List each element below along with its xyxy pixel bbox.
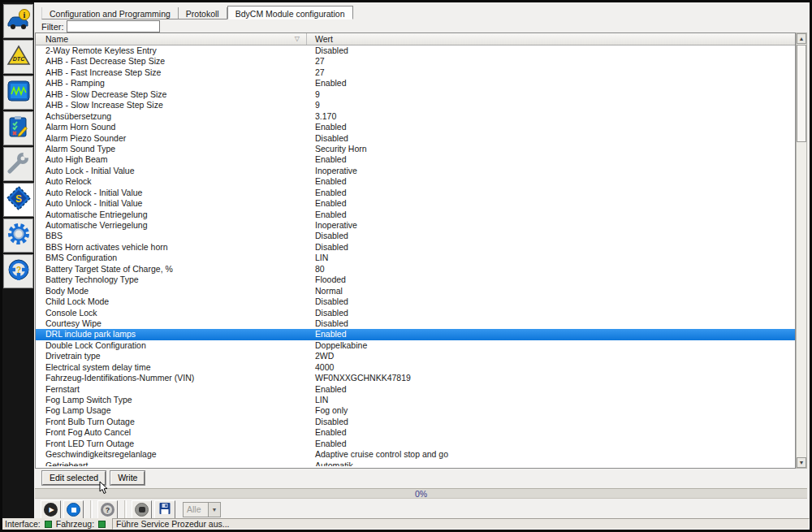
table-row[interactable]: Auto Unlock - Initial Value Enabled xyxy=(36,198,795,209)
table-row[interactable]: BMS Configuration LIN xyxy=(36,253,795,263)
row-name-cell: Automatische Entriegelung xyxy=(36,210,307,220)
table-row[interactable]: Automatische Verriegelung Inoperative xyxy=(36,220,795,231)
row-name-cell: Electrical system delay time xyxy=(36,362,307,373)
stop-service-button[interactable] xyxy=(63,500,84,519)
tab-protokoll[interactable]: Protokoll xyxy=(179,7,227,19)
row-name-cell: Fernstart xyxy=(36,384,307,395)
table-row[interactable]: Child Lock Mode Disabled xyxy=(36,296,795,307)
row-value-cell: 27 xyxy=(307,56,795,67)
progress-bar: 0% xyxy=(35,488,807,499)
row-value-cell: Enabled xyxy=(307,78,795,89)
table-row[interactable]: Fog Lamp Usage Fog only xyxy=(36,405,795,416)
vertical-scrollbar[interactable]: ▲ ▼ xyxy=(796,32,807,469)
column-header-name[interactable]: Name ▽ xyxy=(36,33,307,45)
table-row[interactable]: Auto Relock - Initial Value Enabled xyxy=(36,188,795,198)
table-row[interactable]: Electrical system delay time 4000 xyxy=(36,362,795,373)
table-row[interactable]: Fernstart Enabled xyxy=(36,384,795,395)
row-name-cell: Front Bulb Turn Outage xyxy=(36,417,307,427)
profile-dropdown[interactable]: Alle ▼ xyxy=(183,502,221,517)
table-row[interactable]: DRL include park lamps Enabled xyxy=(36,329,795,340)
table-row[interactable]: Auto Relock Enabled xyxy=(36,176,795,187)
tab-bdycm-module-configuration[interactable]: BdyCM Module configuration xyxy=(227,6,353,19)
table-row[interactable]: AHB - Fast Decrease Step Size 27 xyxy=(36,56,795,67)
row-name-cell: Fog Lamp Usage xyxy=(36,405,307,416)
filter-input[interactable] xyxy=(67,20,160,32)
table-row[interactable]: Alarm Piezo Sounder Disabled xyxy=(36,133,795,144)
oscilloscope-icon xyxy=(6,80,31,106)
sort-icon[interactable]: ▽ xyxy=(295,35,300,42)
row-value-cell: Flooded xyxy=(307,275,795,285)
svg-text:S: S xyxy=(15,193,22,205)
table-row[interactable]: Fog Lamp Switch Type LIN xyxy=(36,395,795,405)
row-name-cell: Drivetrain type xyxy=(36,351,307,361)
table-row[interactable]: Battery Target State of Charge, % 80 xyxy=(36,264,795,275)
table-row[interactable]: BBS Horn activates vehicle horn Disabled xyxy=(36,242,795,253)
table-row[interactable]: Alarm Sound Type Security Horn xyxy=(36,144,795,154)
table-row[interactable]: Automatische Entriegelung Enabled xyxy=(36,210,795,220)
sidebar-item-configuration[interactable]: S xyxy=(3,183,34,217)
table-row[interactable]: Body Mode Normal xyxy=(36,286,795,296)
table-row[interactable]: BBS Disabled xyxy=(36,231,795,241)
table-row[interactable]: AHB - Slow Increase Step Size 9 xyxy=(36,100,795,110)
table-row[interactable]: Auto High Beam Enabled xyxy=(36,154,795,165)
table-row[interactable]: Geschwindigkeitsregelanlage Adaptive cru… xyxy=(36,449,795,460)
table-header: Name ▽ Wert xyxy=(36,33,795,45)
table-row[interactable]: Alarm Horn Sound Enabled xyxy=(36,122,795,132)
sidebar-item-service[interactable] xyxy=(3,147,33,181)
sidebar-item-settings[interactable] xyxy=(3,218,33,253)
column-header-wert[interactable]: Wert xyxy=(307,33,795,45)
table-row[interactable]: Achsübersetzung 3.170 xyxy=(36,111,795,122)
row-value-cell: Disabled xyxy=(307,318,795,329)
row-name-cell: Auto Lock - Initial Value xyxy=(36,166,307,176)
table-row[interactable]: Double Lock Configuration Doppelkabine xyxy=(36,340,795,351)
table-row[interactable]: Auto Lock - Initial Value Inoperative xyxy=(36,166,795,176)
sidebar-item-oscilloscope[interactable] xyxy=(3,76,33,110)
sidebar-item-vehicle-info[interactable]: i xyxy=(3,4,33,38)
tests-icon xyxy=(6,115,31,141)
table-row[interactable]: Console Lock Disabled xyxy=(36,308,795,318)
row-value-cell: Disabled xyxy=(307,296,795,307)
table-row[interactable]: Drivetrain type 2WD xyxy=(36,351,795,361)
table-row[interactable]: Front LED Turn Outage Enabled xyxy=(36,439,795,449)
save-button[interactable] xyxy=(154,500,175,519)
table-row[interactable]: Fahrzeug-Identifikations-Nummer (VIN) WF… xyxy=(36,373,795,383)
scroll-down-button[interactable]: ▼ xyxy=(797,457,806,468)
mouse-cursor xyxy=(99,481,109,495)
table-row[interactable]: AHB - Fast Increase Step Size 27 xyxy=(36,67,795,78)
row-name-cell: Front LED Turn Outage xyxy=(36,439,307,449)
row-name-cell: Body Mode xyxy=(36,286,307,296)
row-value-cell: Doppelkabine xyxy=(307,340,795,351)
gear-icon xyxy=(6,223,31,249)
sidebar-item-dtc[interactable]: DTC xyxy=(3,40,33,74)
table-row[interactable]: AHB - Ramping Enabled xyxy=(36,78,795,89)
start-service-button[interactable]: ▶ xyxy=(41,500,61,519)
row-value-cell: 4000 xyxy=(307,362,795,373)
table-row[interactable]: Front Fog Auto Cancel Enabled xyxy=(36,427,795,438)
row-name-cell: Fog Lamp Switch Type xyxy=(36,395,307,405)
chip-icon: S xyxy=(6,186,32,214)
sidebar-item-tests[interactable] xyxy=(3,111,33,145)
vehicle-label: Fahrzeug: xyxy=(56,519,94,529)
row-name-cell: Fahrzeug-Identifikations-Nummer (VIN) xyxy=(36,373,307,383)
table-row[interactable]: Getriebeart Automatik xyxy=(36,461,795,466)
table-row[interactable]: 2-Way Remote Keyless Entry Disabled xyxy=(36,45,795,56)
edit-selected-button[interactable]: Edit selected xyxy=(42,471,106,485)
scrollbar-thumb[interactable] xyxy=(797,45,806,142)
table-row[interactable]: Front Bulb Turn Outage Disabled xyxy=(36,417,795,427)
write-button[interactable]: Write xyxy=(110,471,145,485)
table-row[interactable]: Courtesy Wipe Disabled xyxy=(36,318,795,329)
row-value-cell: Enabled xyxy=(307,427,795,438)
svg-text:?: ? xyxy=(15,266,20,275)
bottom-toolbar: ▶ ? xyxy=(41,500,221,520)
sidebar-item-help[interactable]: ? xyxy=(3,254,33,288)
table-row[interactable]: AHB - Slow Decrease Step Size 9 xyxy=(36,89,795,100)
row-name-cell: Getriebeart xyxy=(36,461,307,466)
scroll-up-button[interactable]: ▲ xyxy=(797,33,806,44)
table-row[interactable]: Battery Technology Type Flooded xyxy=(36,275,795,285)
tab-configuration-and-programming[interactable]: Configuration and Programming xyxy=(41,7,179,19)
module-snapshot-button[interactable] xyxy=(132,500,152,519)
test-procedure-button[interactable]: ? xyxy=(97,500,118,519)
robot-icon xyxy=(135,503,149,517)
row-name-cell: Geschwindigkeitsregelanlage xyxy=(36,449,307,460)
svg-text:i: i xyxy=(23,11,25,19)
